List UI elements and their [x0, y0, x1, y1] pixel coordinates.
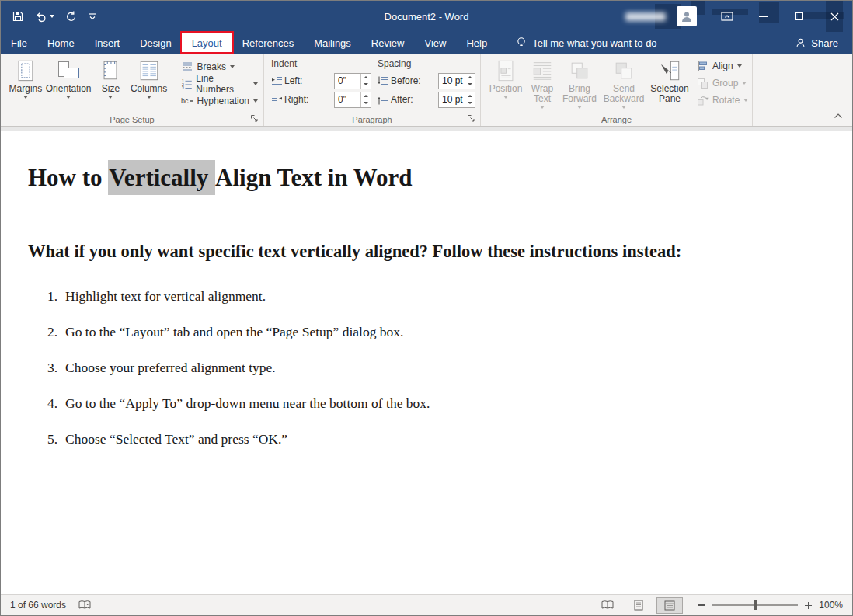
breaks-label: Breaks — [197, 61, 226, 72]
minimize-icon — [759, 16, 768, 17]
send-backward-dropdown-icon — [621, 106, 626, 109]
print-layout-icon — [634, 600, 643, 611]
selection-pane-button[interactable]: Selection Pane — [649, 56, 691, 110]
web-layout-icon — [664, 600, 675, 611]
proofing-icon[interactable] — [78, 600, 91, 611]
size-icon — [99, 57, 122, 84]
maximize-button[interactable] — [781, 1, 816, 32]
position-button[interactable]: Position — [487, 56, 524, 110]
word-window: Document2 - Word File Home Insert Design… — [0, 0, 853, 616]
tab-help[interactable]: Help — [456, 32, 497, 54]
indent-right-label: Right: — [284, 94, 308, 105]
list-number: 4. — [47, 396, 65, 411]
spacing-before-icon — [378, 76, 391, 86]
lightbulb-icon — [516, 37, 527, 49]
align-button[interactable]: Align — [694, 57, 751, 74]
tab-mailings[interactable]: Mailings — [304, 32, 361, 54]
selection-pane-label: Selection Pane — [650, 84, 688, 104]
tab-file[interactable]: File — [1, 32, 37, 54]
margins-button[interactable]: Margins — [7, 56, 44, 110]
line-numbers-button[interactable]: 123 Line Numbers — [179, 75, 260, 92]
zoom-slider[interactable] — [712, 604, 798, 606]
spacing-before-input[interactable] — [438, 73, 475, 89]
send-backward-button[interactable]: Send Backward — [599, 56, 649, 110]
group-button[interactable]: Group — [694, 75, 751, 91]
wrap-text-icon — [531, 57, 554, 84]
share-button[interactable]: Share — [795, 32, 838, 54]
person-icon — [680, 9, 694, 23]
spacing-before-spin-down[interactable] — [465, 81, 475, 89]
print-layout-button[interactable] — [625, 597, 652, 614]
tab-home[interactable]: Home — [37, 32, 85, 54]
web-layout-button[interactable] — [656, 597, 683, 614]
wrap-text-dropdown-icon — [540, 106, 545, 109]
customize-qat-button[interactable] — [89, 12, 96, 21]
spacing-after-row: After: — [378, 91, 475, 108]
indent-right-input[interactable] — [334, 92, 371, 108]
rotate-label: Rotate — [712, 95, 740, 106]
tab-review[interactable]: Review — [361, 32, 415, 54]
undo-button[interactable] — [35, 10, 54, 23]
list-text: Choose your preferred alignment type. — [65, 360, 276, 375]
columns-button[interactable]: Columns — [128, 56, 169, 110]
hyphenation-label: Hyphenation — [197, 96, 249, 106]
wrap-text-label: Wrap Text — [527, 84, 557, 104]
list-item: 4.Go to the “Apply To” drop-down menu ne… — [28, 396, 852, 411]
read-mode-button[interactable] — [594, 597, 621, 614]
zoom-in-button[interactable] — [805, 602, 812, 609]
redo-icon — [65, 10, 78, 23]
list-item: 2.Go to the “Layout” tab and open the “P… — [28, 325, 852, 339]
selection-pane-icon — [658, 57, 681, 84]
document-page[interactable]: How to Vertically Align Text in Word Wha… — [1, 131, 852, 594]
align-dropdown-icon — [737, 64, 742, 68]
hyphenation-icon: bc — [181, 95, 193, 107]
spacing-before-spin-up[interactable] — [465, 74, 475, 82]
page-setup-group-label: Page Setup — [1, 115, 263, 124]
indent-left-spin-up[interactable] — [361, 74, 371, 82]
indent-heading: Indent — [271, 58, 371, 69]
tab-references[interactable]: References — [232, 32, 304, 54]
tab-layout[interactable]: Layout — [182, 32, 232, 54]
zoom-level[interactable]: 100% — [816, 600, 843, 611]
spacing-after-icon — [378, 95, 391, 105]
paragraph-dialog-launcher[interactable] — [466, 113, 476, 124]
spacing-after-spin-up[interactable] — [465, 92, 475, 100]
tab-view[interactable]: View — [414, 32, 456, 54]
tell-me-box[interactable]: Tell me what you want to do — [516, 32, 656, 54]
spacing-after-spin-down[interactable] — [465, 99, 475, 107]
page-setup-dialog-launcher[interactable] — [249, 113, 259, 124]
zoom-out-button[interactable] — [698, 604, 705, 606]
group-paragraph: Indent Left: Right: — [264, 54, 481, 126]
ribbon-display-options-button[interactable] — [709, 1, 745, 32]
bring-forward-button[interactable]: Bring Forward — [560, 56, 599, 110]
zoom-slider-thumb[interactable] — [754, 600, 757, 610]
undo-dropdown-icon — [50, 15, 54, 18]
columns-icon — [138, 57, 161, 84]
minimize-button[interactable] — [745, 1, 781, 32]
spacing-after-input[interactable] — [438, 92, 475, 108]
size-button[interactable]: Size — [92, 56, 128, 110]
paragraph-group-label: Paragraph — [264, 115, 480, 124]
indent-left-spin-down[interactable] — [361, 81, 371, 89]
wrap-text-button[interactable]: Wrap Text — [524, 56, 560, 110]
rotate-button[interactable]: Rotate — [694, 92, 751, 108]
avatar[interactable] — [677, 6, 697, 26]
zoom-controls — [698, 602, 812, 609]
tab-design[interactable]: Design — [130, 32, 181, 54]
tell-me-label: Tell me what you want to do — [532, 37, 656, 49]
tab-insert[interactable]: Insert — [85, 32, 131, 54]
redo-button[interactable] — [65, 10, 78, 23]
save-button[interactable] — [12, 10, 24, 23]
collapse-ribbon-button[interactable] — [834, 108, 843, 122]
title-bar: Document2 - Word — [1, 1, 852, 32]
indent-right-spin-up[interactable] — [361, 92, 371, 100]
close-button[interactable] — [816, 1, 852, 32]
indent-right-spin-down[interactable] — [361, 99, 371, 107]
hyphenation-button[interactable]: bc Hyphenation — [179, 92, 260, 109]
orientation-button[interactable]: Orientation — [44, 56, 93, 110]
indent-right-icon — [271, 95, 284, 105]
indent-left-input[interactable] — [334, 73, 371, 89]
size-dropdown-icon — [108, 96, 113, 99]
word-count[interactable]: 1 of 66 words — [10, 600, 66, 611]
customize-qat-icon — [89, 12, 96, 21]
